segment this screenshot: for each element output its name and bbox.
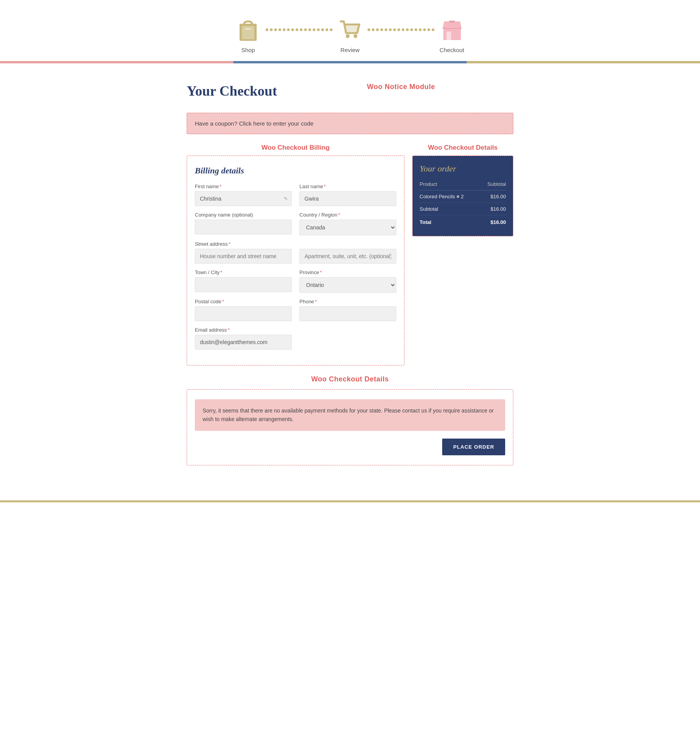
town-province-row: Town / City* Province* Ontario <box>195 269 396 293</box>
payment-notice: Sorry, it seems that there are no availa… <box>195 399 505 431</box>
company-group: Company name (optional) <box>195 212 292 235</box>
billing-section: Woo Checkout Billing Billing details Fir… <box>187 144 404 365</box>
first-name-label: First name* <box>195 184 292 189</box>
progress-step-review[interactable]: Review <box>336 16 364 53</box>
phone-label: Phone* <box>299 299 396 304</box>
color-bars <box>0 61 700 63</box>
first-name-group: First name* ✎ <box>195 184 292 206</box>
review-label: Review <box>340 47 359 53</box>
email-placeholder <box>299 327 396 350</box>
details-section-label: Woo Checkout Details <box>412 144 513 152</box>
town-label: Town / City* <box>195 269 292 275</box>
order-table: Product Subtotal Colored Pencils × 2 <box>420 180 506 228</box>
place-order-button[interactable]: PLACE ORDER <box>442 439 505 455</box>
edit-icon: ✎ <box>284 196 288 202</box>
store-icon <box>438 16 466 43</box>
apartment-input[interactable] <box>299 249 396 264</box>
email-label: Email address* <box>195 327 292 333</box>
place-order-row: PLACE ORDER <box>195 439 505 455</box>
total-value: $16.00 <box>480 215 506 229</box>
street-row: Street address* <box>195 241 396 264</box>
name-row: First name* ✎ Last name* <box>195 184 396 206</box>
email-row: Email address* <box>195 327 396 350</box>
checkout-label: Checkout <box>439 47 464 53</box>
order-product-name: Colored Pencils × 2 <box>420 191 480 203</box>
country-group: Country / Region* Canada <box>299 212 396 235</box>
bar-pink <box>0 61 233 63</box>
progress-step-checkout[interactable]: Checkout <box>438 16 466 53</box>
apartment-group <box>299 241 396 264</box>
progress-step-shop[interactable]: Shop <box>234 16 262 53</box>
total-row: Total $16.00 <box>420 215 506 229</box>
svg-rect-8 <box>449 21 455 23</box>
town-input[interactable] <box>195 277 292 292</box>
province-group: Province* Ontario <box>299 269 396 293</box>
billing-box: Billing details First name* ✎ <box>187 156 404 365</box>
subtotal-value: $16.00 <box>480 203 506 215</box>
order-summary: Your order Product Subtotal Colored Pe <box>413 156 513 236</box>
bottom-details-box: Sorry, it seems that there are no availa… <box>187 389 513 465</box>
order-row: Colored Pencils × 2 $16.00 <box>420 191 506 203</box>
apartment-spacer <box>299 241 396 247</box>
col-product-header: Product <box>420 180 480 191</box>
last-name-group: Last name* <box>299 184 396 206</box>
order-title: Your order <box>420 164 506 174</box>
street-input[interactable] <box>195 249 292 264</box>
bar-gold <box>467 61 700 63</box>
bar-blue <box>233 61 467 63</box>
order-details-section: Woo Checkout Details Your order Product … <box>412 144 513 236</box>
bottom-bar <box>0 500 700 502</box>
coupon-notice[interactable]: Have a coupon? Click here to enter your … <box>187 113 513 134</box>
last-name-label: Last name* <box>299 184 396 189</box>
phone-group: Phone* <box>299 299 396 321</box>
svg-rect-7 <box>446 31 451 40</box>
svg-rect-2 <box>245 28 251 30</box>
total-label: Total <box>420 215 480 229</box>
postal-phone-row: Postal code* Phone* <box>195 299 396 321</box>
details-box: Your order Product Subtotal Colored Pe <box>412 156 513 236</box>
street-group: Street address* <box>195 241 292 264</box>
postal-label: Postal code* <box>195 299 292 304</box>
phone-input[interactable] <box>299 306 396 321</box>
town-group: Town / City* <box>195 269 292 293</box>
shop-icon <box>234 16 262 43</box>
svg-rect-6 <box>443 28 461 40</box>
subtotal-label: Subtotal <box>420 203 480 215</box>
col-subtotal-header: Subtotal <box>480 180 506 191</box>
progress-bar: Shop Review <box>0 0 700 61</box>
province-label: Province* <box>299 269 396 275</box>
bottom-details-section: Woo Checkout Details Sorry, it seems tha… <box>187 375 513 465</box>
postal-input[interactable] <box>195 306 292 321</box>
province-select[interactable]: Ontario <box>299 277 396 293</box>
first-name-input[interactable] <box>195 191 292 206</box>
company-country-row: Company name (optional) Country / Region… <box>195 212 396 235</box>
company-input[interactable] <box>195 220 292 234</box>
last-name-input[interactable] <box>299 191 396 206</box>
shop-label: Shop <box>241 47 255 53</box>
billing-section-label: Woo Checkout Billing <box>187 144 404 152</box>
svg-point-4 <box>354 34 357 38</box>
svg-rect-5 <box>345 24 359 33</box>
email-input[interactable] <box>195 335 292 350</box>
progress-dots-2 <box>368 28 434 41</box>
progress-dots-1 <box>266 28 332 41</box>
billing-title: Billing details <box>195 166 396 176</box>
svg-rect-1 <box>242 26 254 39</box>
svg-point-3 <box>346 34 350 38</box>
checkout-layout: Woo Checkout Billing Billing details Fir… <box>187 144 513 365</box>
cart-icon <box>336 16 364 43</box>
bottom-details-label: Woo Checkout Details <box>187 375 513 383</box>
subtotal-row: Subtotal $16.00 <box>420 203 506 215</box>
country-label: Country / Region* <box>299 212 396 218</box>
street-label: Street address* <box>195 241 292 247</box>
page-title: Your Checkout <box>187 83 277 99</box>
first-name-input-wrapper: ✎ <box>195 191 292 206</box>
woo-notice-label: Woo Notice Module <box>289 83 513 91</box>
company-label: Company name (optional) <box>195 212 292 218</box>
postal-group: Postal code* <box>195 299 292 321</box>
country-select[interactable]: Canada <box>299 220 396 235</box>
order-row-subtotal: $16.00 <box>480 191 506 203</box>
main-content: Your Checkout Woo Notice Module Have a c… <box>175 75 525 489</box>
email-group: Email address* <box>195 327 292 350</box>
